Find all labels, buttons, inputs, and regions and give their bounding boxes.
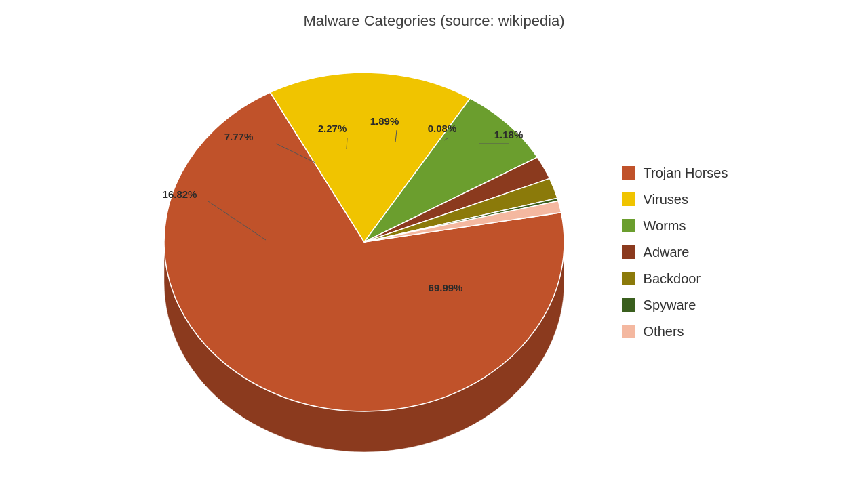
legend-label: Spyware: [644, 298, 696, 313]
legend-color-box: [622, 166, 635, 180]
pie-wrapper: 69.99%16.82%7.77%2.27%1.89%0.08%1.18%: [140, 62, 601, 455]
legend-color-box: [622, 245, 635, 259]
legend-color-box: [622, 325, 635, 338]
legend-color-box: [622, 298, 635, 312]
svg-text:69.99%: 69.99%: [428, 282, 462, 293]
legend-item: Spyware: [622, 298, 728, 313]
svg-text:1.18%: 1.18%: [494, 129, 523, 140]
legend-label: Viruses: [644, 192, 688, 207]
legend-label: Adware: [644, 245, 690, 260]
legend-color-box: [622, 272, 635, 285]
legend-color-box: [622, 219, 635, 232]
svg-text:7.77%: 7.77%: [224, 131, 253, 142]
legend-label: Others: [644, 324, 684, 340]
svg-text:2.27%: 2.27%: [317, 123, 347, 134]
legend: Trojan HorsesVirusesWormsAdwareBackdoorS…: [622, 165, 728, 340]
chart-container: Malware Categories (source: wikipedia) 6…: [0, 0, 868, 488]
svg-text:16.82%: 16.82%: [162, 188, 197, 200]
svg-text:1.89%: 1.89%: [370, 115, 399, 127]
svg-text:0.08%: 0.08%: [427, 123, 456, 134]
legend-label: Worms: [644, 218, 686, 234]
legend-item: Adware: [622, 245, 728, 260]
chart-area: 69.99%16.82%7.77%2.27%1.89%0.08%1.18% Tr…: [0, 30, 868, 488]
legend-item: Others: [622, 324, 728, 340]
legend-item: Backdoor: [622, 271, 728, 287]
legend-item: Viruses: [622, 192, 728, 207]
pie-chart-svg: 69.99%16.82%7.77%2.27%1.89%0.08%1.18%: [140, 62, 601, 455]
legend-label: Backdoor: [644, 271, 701, 287]
legend-color-box: [622, 192, 635, 206]
legend-item: Worms: [622, 218, 728, 234]
chart-title: Malware Categories (source: wikipedia): [303, 12, 564, 30]
legend-item: Trojan Horses: [622, 165, 728, 181]
legend-label: Trojan Horses: [644, 165, 728, 181]
